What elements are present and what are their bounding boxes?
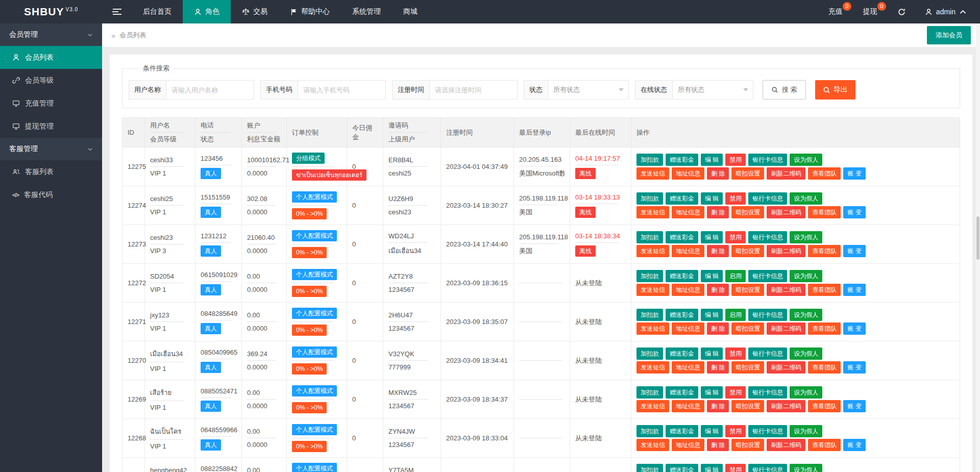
- adjust-funds-button[interactable]: 加扣款: [636, 231, 663, 243]
- sidebar-collapse-icon[interactable]: [102, 0, 132, 23]
- adjust-funds-button[interactable]: 加扣款: [636, 347, 663, 360]
- sidebar-item-service-list[interactable]: 客服列表: [0, 160, 102, 183]
- adjust-funds-button[interactable]: 加扣款: [636, 270, 663, 282]
- gift-bonus-button[interactable]: 赠送彩金: [666, 347, 698, 360]
- adjust-funds-button[interactable]: 加扣款: [636, 309, 663, 321]
- bank-card-info-button[interactable]: 银行卡信息: [748, 270, 787, 282]
- account-change-button[interactable]: 账 变: [843, 322, 865, 335]
- gift-bonus-button[interactable]: 赠送彩金: [666, 425, 698, 437]
- gift-bonus-button[interactable]: 赠送彩金: [666, 192, 698, 205]
- filter-input-phone[interactable]: [298, 80, 386, 100]
- withdraw-link[interactable]: 提现 0: [853, 0, 888, 23]
- nav-item-role[interactable]: 角色: [183, 0, 231, 23]
- hidden-deduction-button[interactable]: 暗扣设置: [731, 245, 764, 257]
- recharge-link[interactable]: 充值 0: [818, 0, 853, 23]
- account-change-button[interactable]: 账 变: [843, 167, 865, 180]
- disable-button[interactable]: 禁用: [725, 386, 746, 399]
- edit-button[interactable]: 编 辑: [701, 231, 723, 243]
- add-member-button[interactable]: 添加会员: [927, 26, 971, 44]
- send-sms-button[interactable]: 发送短信: [636, 167, 669, 180]
- sidebar-group-service-management[interactable]: 客服管理: [0, 138, 102, 160]
- address-info-button[interactable]: 地址信息: [672, 439, 704, 451]
- disable-button[interactable]: 禁用: [725, 231, 746, 243]
- refresh-button[interactable]: [888, 0, 916, 23]
- hidden-deduction-button[interactable]: 暗扣设置: [731, 439, 764, 451]
- send-sms-button[interactable]: 发送短信: [636, 400, 669, 412]
- refresh-qrcode-button[interactable]: 刷新二维码: [767, 400, 805, 412]
- edit-button[interactable]: 编 辑: [701, 425, 723, 437]
- disable-button[interactable]: 禁用: [725, 425, 746, 437]
- export-button[interactable]: 导出: [815, 80, 855, 100]
- refresh-qrcode-button[interactable]: 刷新二维码: [767, 167, 805, 180]
- scrollbar-thumb[interactable]: [976, 216, 979, 260]
- refresh-qrcode-button[interactable]: 刷新二维码: [767, 439, 805, 451]
- adjust-funds-button[interactable]: 加扣款: [636, 192, 663, 205]
- delete-button[interactable]: 删 除: [707, 322, 729, 335]
- address-info-button[interactable]: 地址信息: [672, 206, 704, 218]
- account-change-button[interactable]: 账 变: [843, 439, 865, 451]
- sidebar-item-member-list[interactable]: 会员列表: [0, 46, 102, 69]
- edit-button[interactable]: 编 辑: [701, 309, 723, 321]
- set-as-fake-button[interactable]: 设为假人: [790, 231, 822, 243]
- filter-select-online-status[interactable]: 所有状态: [673, 80, 753, 100]
- adjust-funds-button[interactable]: 加扣款: [636, 154, 663, 166]
- adjust-funds-button[interactable]: 加扣款: [636, 464, 663, 472]
- address-info-button[interactable]: 地址信息: [672, 167, 704, 180]
- set-as-fake-button[interactable]: 设为假人: [790, 347, 822, 360]
- hidden-deduction-button[interactable]: 暗扣设置: [731, 400, 764, 412]
- bank-card-info-button[interactable]: 银行卡信息: [748, 464, 787, 472]
- bank-card-info-button[interactable]: 银行卡信息: [748, 309, 787, 321]
- send-sms-button[interactable]: 发送短信: [636, 284, 669, 296]
- refresh-qrcode-button[interactable]: 刷新二维码: [767, 361, 805, 374]
- hidden-deduction-button[interactable]: 暗扣设置: [731, 206, 764, 218]
- send-sms-button[interactable]: 发送短信: [636, 439, 669, 451]
- adjust-funds-button[interactable]: 加扣款: [636, 386, 663, 399]
- address-info-button[interactable]: 地址信息: [672, 284, 704, 296]
- gift-bonus-button[interactable]: 赠送彩金: [666, 309, 698, 321]
- hidden-deduction-button[interactable]: 暗扣设置: [731, 167, 764, 180]
- send-sms-button[interactable]: 发送短信: [636, 361, 669, 374]
- set-as-fake-button[interactable]: 设为假人: [790, 270, 822, 282]
- delete-button[interactable]: 删 除: [707, 439, 729, 451]
- disable-button[interactable]: 禁用: [725, 154, 746, 166]
- gift-bonus-button[interactable]: 赠送彩金: [666, 464, 698, 472]
- delete-button[interactable]: 删 除: [707, 284, 729, 296]
- search-button[interactable]: 搜 索: [763, 80, 806, 100]
- edit-button[interactable]: 编 辑: [701, 464, 723, 472]
- nav-item-home[interactable]: 后台首页: [132, 0, 183, 23]
- edit-button[interactable]: 编 辑: [701, 192, 723, 205]
- refresh-qrcode-button[interactable]: 刷新二维码: [767, 206, 805, 218]
- view-team-button[interactable]: 查看团队: [808, 284, 841, 296]
- delete-button[interactable]: 删 除: [707, 400, 729, 412]
- sidebar-item-recharge-management[interactable]: 充值管理: [0, 92, 102, 115]
- hidden-deduction-button[interactable]: 暗扣设置: [731, 284, 764, 296]
- disable-button[interactable]: 禁用: [725, 347, 746, 360]
- nav-item-trade[interactable]: 交易: [231, 0, 279, 23]
- set-as-fake-button[interactable]: 设为假人: [790, 309, 822, 321]
- disable-button[interactable]: 禁用: [725, 192, 746, 205]
- bank-card-info-button[interactable]: 银行卡信息: [748, 425, 787, 437]
- send-sms-button[interactable]: 发送短信: [636, 245, 669, 257]
- address-info-button[interactable]: 地址信息: [672, 322, 704, 335]
- account-change-button[interactable]: 账 变: [843, 400, 865, 412]
- view-team-button[interactable]: 查看团队: [808, 400, 841, 412]
- vertical-scrollbar[interactable]: [976, 23, 980, 472]
- user-menu[interactable]: admin: [916, 0, 980, 23]
- sidebar-item-member-level[interactable]: 会员等级: [0, 69, 102, 92]
- view-team-button[interactable]: 查看团队: [808, 322, 841, 335]
- disable-button[interactable]: 禁用: [725, 464, 746, 472]
- view-team-button[interactable]: 查看团队: [808, 245, 841, 257]
- account-change-button[interactable]: 账 变: [843, 206, 865, 218]
- set-as-fake-button[interactable]: 设为假人: [790, 386, 822, 399]
- delete-button[interactable]: 删 除: [707, 361, 729, 374]
- delete-button[interactable]: 删 除: [707, 206, 729, 218]
- set-as-fake-button[interactable]: 设为假人: [790, 192, 822, 205]
- enable-button[interactable]: 启用: [725, 309, 746, 321]
- edit-button[interactable]: 编 辑: [701, 347, 723, 360]
- adjust-funds-button[interactable]: 加扣款: [636, 425, 663, 437]
- gift-bonus-button[interactable]: 赠送彩金: [666, 231, 698, 243]
- edit-button[interactable]: 编 辑: [701, 386, 723, 399]
- refresh-qrcode-button[interactable]: 刷新二维码: [767, 322, 805, 335]
- sidebar-item-service-code[interactable]: </>客服代码: [0, 183, 102, 206]
- bank-card-info-button[interactable]: 银行卡信息: [748, 386, 787, 399]
